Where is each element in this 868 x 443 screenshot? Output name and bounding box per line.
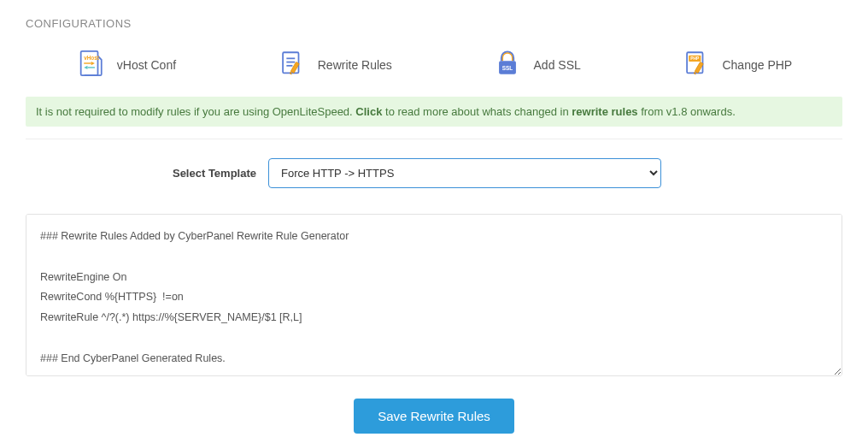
save-rewrite-rules-button[interactable]: Save Rewrite Rules (354, 399, 514, 434)
svg-text:SSL: SSL (501, 65, 512, 71)
notice-text-pre: It is not required to modify rules if yo… (36, 105, 355, 118)
notice-click: Click (355, 105, 382, 118)
svg-marker-5 (84, 66, 87, 69)
php-edit-icon: PHP (681, 49, 710, 81)
svg-text:vHost: vHost (84, 55, 100, 61)
template-label: Select Template (26, 167, 256, 180)
configurations-panel: CONFIGURATIONS vHost vHost Conf (0, 0, 868, 443)
template-row: Select Template Force HTTP -> HTTPS (26, 158, 842, 188)
document-edit-icon (277, 49, 306, 81)
rewrite-rules-textarea[interactable] (26, 214, 842, 376)
tab-change-php[interactable]: PHP Change PHP (681, 49, 792, 81)
tab-rewrite-rules[interactable]: Rewrite Rules (277, 49, 392, 81)
tab-vhost-conf[interactable]: vHost vHost Conf (76, 49, 176, 81)
ssl-lock-icon: SSL (493, 49, 522, 81)
tab-php-label: Change PHP (722, 58, 792, 72)
config-tabs: vHost vHost Conf Re (26, 49, 842, 81)
notice-text-post: from v1.8 onwards. (638, 105, 736, 118)
tab-rewrite-label: Rewrite Rules (318, 58, 392, 72)
tab-vhost-label: vHost Conf (117, 58, 176, 72)
tab-add-ssl[interactable]: SSL Add SSL (493, 49, 581, 81)
tab-ssl-label: Add SSL (534, 58, 581, 72)
info-notice[interactable]: It is not required to modify rules if yo… (26, 97, 842, 127)
vhost-icon: vHost (76, 49, 105, 81)
panel-title: CONFIGURATIONS (26, 17, 842, 30)
template-select[interactable]: Force HTTP -> HTTPS (268, 158, 661, 188)
svg-text:PHP: PHP (691, 56, 701, 61)
notice-text-mid: to read more about whats changed in (382, 105, 572, 118)
divider (26, 139, 842, 139)
button-row: Save Rewrite Rules (26, 399, 842, 434)
notice-rewrite-rules: rewrite rules (572, 105, 637, 118)
svg-marker-3 (91, 62, 95, 65)
